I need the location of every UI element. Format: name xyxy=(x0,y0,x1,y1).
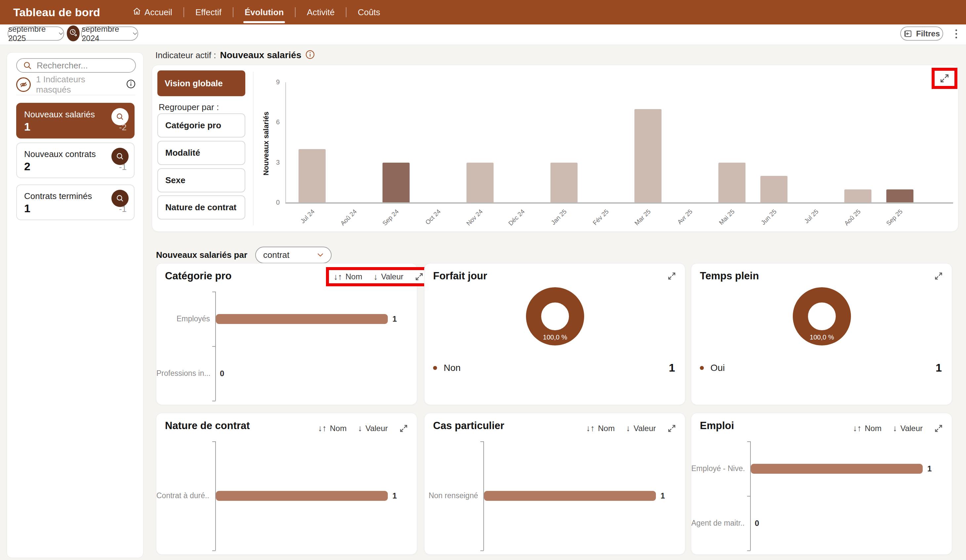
donut-percent-label: 100,0 % xyxy=(522,333,588,341)
sort-by-value[interactable]: Valeur xyxy=(633,424,656,433)
x-tick-label: Jun 25 xyxy=(760,208,778,227)
expand-chart-button[interactable] xyxy=(414,272,424,281)
axis-tick xyxy=(480,441,484,442)
breakdown-select[interactable]: contrat xyxy=(255,246,332,263)
hidden-indicators-row[interactable]: 1 Indicateurs masqués xyxy=(16,77,136,92)
filters-panel-icon xyxy=(904,30,912,38)
evolution-chart-card: Vision globale Regrouper par : Catégorie… xyxy=(152,65,958,232)
sort-by-name[interactable]: Nom xyxy=(330,424,347,433)
legend-value: 1 xyxy=(669,361,675,374)
hidden-indicators-label: 1 Indicateurs masqués xyxy=(36,74,121,95)
nav-accueil[interactable]: Accueil xyxy=(130,0,175,25)
card-cas-particulier: Non renseigné1 Cas particulier ↓↑ Nom ↓ … xyxy=(424,413,685,555)
axis-tick xyxy=(747,550,751,551)
card-temps-plein: Temps plein 100,0 % Oui 1 xyxy=(691,263,952,405)
bar-value-label: 0 xyxy=(220,369,224,379)
x-tick-label: Sep 25 xyxy=(885,208,904,227)
expand-chart-button[interactable] xyxy=(667,424,677,433)
eye-off-icon xyxy=(16,77,31,92)
axis-tick xyxy=(212,441,215,442)
compare-periods-button[interactable] xyxy=(67,25,80,41)
sort-value-icon[interactable]: ↓ xyxy=(374,272,378,282)
expand-chart-button[interactable] xyxy=(939,73,950,84)
x-tick-label: Jul 25 xyxy=(803,208,820,225)
nav-effectif[interactable]: Effectif xyxy=(193,0,224,25)
panel-divider xyxy=(253,72,253,225)
vision-globale-button[interactable]: Vision globale xyxy=(158,71,245,96)
search-input[interactable] xyxy=(37,61,126,71)
bar-Jan 25 xyxy=(550,163,578,203)
active-indicator-name: Nouveaux salariés xyxy=(220,50,302,61)
dashboard-page: Tableau de bord Accueil Effectif Évoluti… xyxy=(0,0,966,560)
sort-name-icon[interactable]: ↓↑ xyxy=(853,423,861,434)
axis-tick xyxy=(212,401,215,401)
bar-slot xyxy=(711,82,753,203)
group-by-nature-contrat-button[interactable]: Nature de contrat xyxy=(158,195,245,220)
sort-by-value[interactable]: Valeur xyxy=(365,424,388,433)
period-primary-select[interactable]: septembre 2025 xyxy=(8,26,64,41)
sort-by-name[interactable]: Nom xyxy=(598,424,615,433)
expand-chart-button[interactable] xyxy=(399,424,408,433)
indicator-card-nouveaux-salaries[interactable]: Nouveaux salariés 1 -2 xyxy=(16,103,135,138)
sort-by-name[interactable]: Nom xyxy=(865,424,882,433)
expand-chart-button[interactable] xyxy=(667,271,677,281)
card-categorie-pro: Employés1Professions in...0 Catégorie pr… xyxy=(156,263,417,405)
bar-slot xyxy=(417,82,459,203)
sort-by-value[interactable]: Valeur xyxy=(381,272,404,281)
bar-slot xyxy=(669,82,711,203)
axis-tick xyxy=(212,292,215,292)
bar-Sep 24 xyxy=(383,163,410,203)
filter-bar xyxy=(0,25,966,45)
hbar-chart: Employé - Nive...1Agent de maitr...0 xyxy=(691,413,953,555)
bar-slot xyxy=(501,82,543,203)
bar-slot xyxy=(879,82,921,203)
sort-name-icon[interactable]: ↓↑ xyxy=(334,272,342,282)
more-options-button[interactable] xyxy=(950,28,962,39)
indicator-search[interactable] xyxy=(16,58,136,73)
bar-Mai 25 xyxy=(718,163,746,203)
nav-couts[interactable]: Coûts xyxy=(355,0,383,25)
indicator-card-contrats-termines[interactable]: Contrats terminés 1 -1 xyxy=(16,184,135,220)
x-tick-label: Jul 24 xyxy=(299,208,316,225)
bar-slot xyxy=(585,82,627,203)
category-label: Contrat à duré... xyxy=(156,491,210,500)
hbar-chart: Contrat à duré...1 xyxy=(156,413,417,555)
group-by-sexe-button[interactable]: Sexe xyxy=(158,168,245,192)
sort-value-icon[interactable]: ↓ xyxy=(626,423,630,434)
expand-icon xyxy=(414,272,424,281)
bar-slot xyxy=(333,82,375,203)
chevron-down-icon xyxy=(59,32,64,36)
filters-button[interactable]: Filtres xyxy=(900,26,943,41)
info-icon[interactable] xyxy=(305,49,315,61)
nav-evolution[interactable]: Évolution xyxy=(242,0,286,25)
card-title: Forfait jour xyxy=(433,270,487,282)
y-tick: 6 xyxy=(276,118,280,126)
x-tick-label: Aoû 25 xyxy=(843,208,862,227)
sort-name-icon[interactable]: ↓↑ xyxy=(318,423,327,434)
group-by-modalite-button[interactable]: Modalité xyxy=(158,141,245,165)
sort-value-icon[interactable]: ↓ xyxy=(893,423,897,434)
axis-tick xyxy=(212,346,215,347)
sort-by-value[interactable]: Valeur xyxy=(900,424,923,433)
expand-icon xyxy=(934,424,943,433)
search-icon xyxy=(23,61,32,70)
sort-value-icon[interactable]: ↓ xyxy=(358,423,362,434)
top-nav-bar: Tableau de bord Accueil Effectif Évoluti… xyxy=(0,0,966,25)
sort-name-icon[interactable]: ↓↑ xyxy=(586,423,595,434)
bar-Employé - Nive... xyxy=(751,464,923,474)
period-compare-select[interactable]: septembre 2024 xyxy=(81,26,138,41)
group-by-categorie-pro-button[interactable]: Catégorie pro xyxy=(158,113,245,138)
indicator-delta: -2 xyxy=(119,122,127,133)
expand-chart-button[interactable] xyxy=(934,424,943,433)
expand-icon xyxy=(939,73,950,84)
info-icon[interactable] xyxy=(126,79,136,90)
bar-Mar 25 xyxy=(634,109,662,203)
nav-activite[interactable]: Activité xyxy=(304,0,337,25)
bar-Aoû 25 xyxy=(844,189,871,203)
card-title: Nature de contrat xyxy=(165,420,250,432)
x-tick-label: Nov 24 xyxy=(465,208,484,227)
expand-chart-button[interactable] xyxy=(934,271,943,281)
sort-by-name[interactable]: Nom xyxy=(345,272,362,281)
x-axis-line xyxy=(285,202,953,204)
indicator-card-nouveaux-contrats[interactable]: Nouveaux contrats 2 -1 xyxy=(16,143,135,178)
